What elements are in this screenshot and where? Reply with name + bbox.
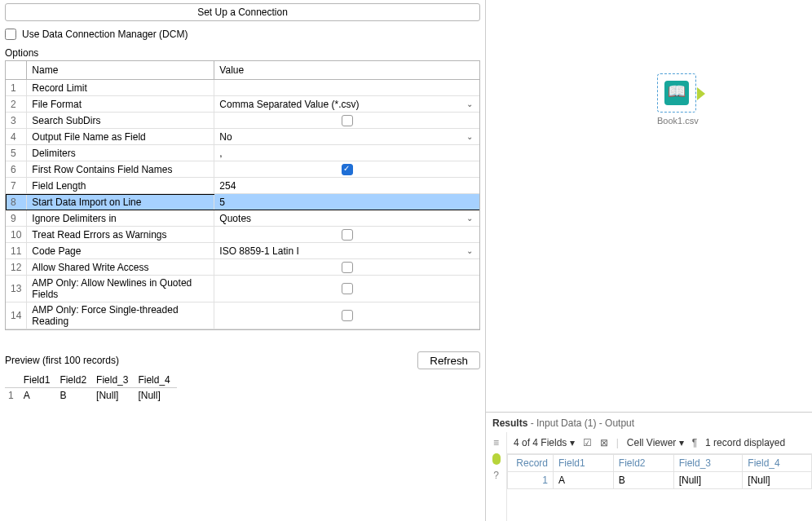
option-row[interactable]: 12Allow Shared Write Access <box>6 259 479 276</box>
fields-summary[interactable]: 4 of 4 Fields ▾ <box>514 437 575 448</box>
option-value-cell[interactable]: Comma Separated Value (*.csv)⌄ <box>214 96 479 113</box>
row-index: 7 <box>6 178 27 194</box>
row-index: 3 <box>6 113 27 129</box>
option-checkbox[interactable] <box>342 283 353 294</box>
option-value-cell[interactable]: ISO 8859-1 Latin I⌄ <box>214 243 479 259</box>
option-name: AMP Only: Force Single-threaded Reading <box>27 302 214 329</box>
option-name: Search SubDirs <box>27 113 214 129</box>
dcm-checkbox[interactable] <box>5 29 16 40</box>
results-cell: B <box>613 472 673 489</box>
option-checkbox[interactable] <box>342 229 353 241</box>
preview-col <box>5 373 20 388</box>
chevron-down-icon[interactable]: ⌄ <box>466 99 474 108</box>
option-row[interactable]: 8Start Data Import on Line5 <box>6 194 479 210</box>
output-anchor-icon[interactable] <box>492 453 501 465</box>
option-checkbox[interactable] <box>342 310 353 321</box>
connection-area: Set Up a Connection <box>0 0 485 23</box>
results-col[interactable]: Field_3 <box>673 455 743 472</box>
option-value: 254 <box>219 180 474 192</box>
setup-connection-button[interactable]: Set Up a Connection <box>5 3 480 21</box>
option-value-cell[interactable] <box>214 227 479 243</box>
paragraph-icon[interactable]: ¶ <box>692 437 697 448</box>
chevron-down-icon[interactable]: ⌄ <box>466 214 474 223</box>
option-row[interactable]: 7Field Length254 <box>6 178 479 194</box>
option-value-cell[interactable]: 5 <box>214 194 479 210</box>
book-icon <box>664 81 689 105</box>
option-name: First Row Contains Field Names <box>27 161 214 178</box>
option-value-cell[interactable] <box>214 113 479 129</box>
results-pane: Results - Input Data (1) - Output ≡ ? 4 … <box>486 412 812 521</box>
row-index: 11 <box>6 243 27 259</box>
row-index: 6 <box>6 161 27 178</box>
cell-viewer-dropdown[interactable]: Cell Viewer ▾ <box>627 437 684 448</box>
option-value: 5 <box>219 196 474 208</box>
row-index: 13 <box>6 276 27 302</box>
option-value-cell[interactable] <box>214 80 479 96</box>
results-col[interactable]: Field1 <box>554 455 614 472</box>
results-cell: 1 <box>508 472 554 489</box>
workflow-canvas[interactable]: Book1.csv <box>486 0 812 412</box>
results-cell: [Null] <box>673 472 743 489</box>
option-value-cell[interactable]: No⌄ <box>214 129 479 145</box>
option-name: AMP Only: Allow Newlines in Quoted Field… <box>27 276 214 302</box>
refresh-button[interactable]: Refresh <box>417 351 480 369</box>
options-col-index <box>6 61 27 80</box>
row-index: 1 <box>6 80 27 96</box>
option-row[interactable]: 11Code PageISO 8859-1 Latin I⌄ <box>6 243 479 259</box>
preview-cell: 1 <box>5 388 20 404</box>
option-row[interactable]: 3Search SubDirs <box>6 113 479 129</box>
option-value-cell[interactable] <box>214 302 479 329</box>
option-row[interactable]: 13AMP Only: Allow Newlines in Quoted Fie… <box>6 276 479 302</box>
option-value-cell[interactable] <box>214 161 479 178</box>
results-header: Results - Input Data (1) - Output <box>486 413 812 432</box>
option-value-cell[interactable] <box>214 276 479 302</box>
preview-row[interactable]: 1AB[Null][Null] <box>5 388 177 404</box>
app-root: Set Up a Connection Use Data Connection … <box>0 0 812 521</box>
option-checkbox[interactable] <box>342 164 353 175</box>
options-col-name: Name <box>27 61 214 80</box>
option-value-cell[interactable] <box>214 259 479 276</box>
option-row[interactable]: 1Record Limit <box>6 80 479 96</box>
chevron-down-icon[interactable]: ⌄ <box>466 246 474 255</box>
results-cell: A <box>554 472 614 489</box>
input-data-node[interactable]: Book1.csv <box>657 73 699 126</box>
close-icon[interactable]: ⊠ <box>600 437 608 448</box>
row-index: 12 <box>6 259 27 276</box>
option-name: Treat Read Errors as Warnings <box>27 227 214 243</box>
preview-header: Preview (first 100 records) Refresh <box>0 345 485 371</box>
option-row[interactable]: 14AMP Only: Force Single-threaded Readin… <box>6 302 479 329</box>
results-col[interactable]: Field2 <box>613 455 673 472</box>
options-col-value: Value <box>214 61 479 80</box>
help-icon[interactable]: ? <box>493 470 499 481</box>
option-value-cell[interactable]: Quotes⌄ <box>214 210 479 227</box>
option-row[interactable]: 2File FormatComma Separated Value (*.csv… <box>6 96 479 113</box>
preview-col: Field1 <box>20 373 57 388</box>
results-cell: [Null] <box>743 472 812 489</box>
option-row[interactable]: 5Delimiters, <box>6 145 479 161</box>
row-index: 2 <box>6 96 27 113</box>
preview-cell: A <box>20 388 57 404</box>
option-value-cell[interactable]: , <box>214 145 479 161</box>
preview-grid: Field1Field2Field_3Field_4 1AB[Null][Nul… <box>5 373 480 403</box>
option-value-cell[interactable]: 254 <box>214 178 479 194</box>
results-title: Results <box>492 417 527 429</box>
metadata-icon[interactable]: ☑ <box>583 437 592 448</box>
option-row[interactable]: 10Treat Read Errors as Warnings <box>6 227 479 243</box>
option-checkbox[interactable] <box>342 115 353 126</box>
list-icon[interactable]: ≡ <box>493 437 499 448</box>
option-value: Comma Separated Value (*.csv) <box>219 99 466 110</box>
chevron-down-icon[interactable]: ⌄ <box>466 132 474 141</box>
option-name: Record Limit <box>27 80 214 96</box>
results-col[interactable]: Field_4 <box>743 455 812 472</box>
preview-col: Field2 <box>56 373 93 388</box>
results-row[interactable]: 1AB[Null][Null] <box>508 472 812 489</box>
options-label: Options <box>0 44 485 59</box>
option-row[interactable]: 9Ignore Delimiters inQuotes⌄ <box>6 210 479 227</box>
results-col[interactable]: Record <box>508 455 554 472</box>
option-row[interactable]: 6First Row Contains Field Names <box>6 161 479 178</box>
node-box[interactable] <box>657 73 696 113</box>
preview-cell: [Null] <box>135 388 176 404</box>
option-checkbox[interactable] <box>342 262 353 273</box>
option-row[interactable]: 4Output File Name as FieldNo⌄ <box>6 129 479 145</box>
option-name: Field Length <box>27 178 214 194</box>
